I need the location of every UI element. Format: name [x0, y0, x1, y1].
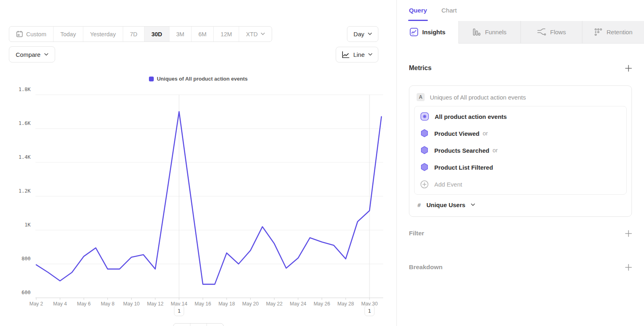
annotation-badge-label: 1 — [368, 308, 371, 314]
x-axis-label: May 20 — [242, 301, 259, 307]
plus-icon — [625, 264, 632, 271]
x-axis-label: May 4 — [53, 301, 67, 307]
tab-chart-label: Chart — [442, 7, 457, 14]
zoom-control-partial[interactable] — [173, 323, 224, 326]
y-axis-label: 600 — [21, 289, 31, 295]
panel-header: Query Chart — [397, 0, 644, 21]
add-metric-button[interactable] — [625, 65, 632, 72]
app-root: CustomTodayYesterday7D30D3M6M12MXTD Day … — [0, 0, 644, 326]
x-axis-label: May 10 — [123, 301, 140, 307]
event-label: Products Searched — [434, 147, 489, 154]
tab-label: Retention — [607, 29, 632, 35]
all-events-icon — [420, 112, 429, 121]
tab-funnels[interactable]: Funnels — [458, 21, 520, 44]
x-axis-label: May 12 — [147, 301, 163, 307]
tab-label: Funnels — [485, 29, 506, 35]
x-axis-label: May 6 — [77, 301, 91, 307]
event-row-all-product-action-events[interactable]: All product action events — [415, 108, 626, 125]
add-filter-button[interactable] — [625, 230, 632, 237]
tab-flows[interactable]: Flows — [520, 21, 582, 44]
event-label: Add Event — [434, 181, 462, 188]
insights-icon — [410, 28, 418, 36]
metric-card-title: Uniques of All product action events — [430, 94, 526, 101]
funnels-icon — [473, 28, 481, 36]
y-axis-label: 1K — [25, 222, 31, 228]
y-axis-label: 1.4K — [19, 154, 31, 160]
filter-title: Filter — [409, 230, 424, 237]
measure-dropdown[interactable]: # Unique Users — [414, 195, 627, 214]
x-axis-label: May 2 — [29, 301, 43, 307]
panel-body: Metrics A Uniques of All product action … — [397, 64, 644, 271]
event-row-add-event[interactable]: Add Event — [415, 176, 626, 193]
event-label: All product action events — [435, 113, 507, 120]
hexagon-icon — [420, 129, 429, 138]
y-axis-label: 1.8K — [19, 86, 31, 92]
flows-icon — [537, 28, 546, 36]
add-circle-icon — [420, 180, 429, 189]
plus-icon — [625, 230, 632, 237]
x-axis-label: May 18 — [219, 301, 235, 307]
annotation-badge-label: 1 — [178, 308, 181, 314]
hexagon-icon — [420, 146, 429, 155]
tab-label: Flows — [550, 29, 566, 35]
x-axis-label: May 24 — [290, 301, 306, 307]
metric-card: A Uniques of All product action events A… — [409, 85, 632, 217]
chart-line — [36, 112, 382, 284]
metrics-section-header: Metrics — [409, 64, 632, 72]
y-axis-label: 1.2K — [19, 188, 31, 194]
event-operator: or — [483, 130, 488, 137]
filter-section-header: Filter — [409, 230, 632, 237]
y-axis-label: 800 — [21, 255, 31, 262]
metric-card-header[interactable]: A Uniques of All product action events — [414, 90, 627, 106]
active-tab-underline — [408, 20, 428, 21]
event-operator: or — [493, 147, 498, 154]
event-row-product-viewed[interactable]: Product Viewedor — [415, 125, 626, 142]
metric-letter-badge: A — [417, 93, 425, 101]
hexagon-icon — [420, 163, 429, 172]
tab-retention[interactable]: Retention — [582, 21, 644, 44]
x-axis-label: May 26 — [314, 301, 330, 307]
line-chart: 1.8K1.6K1.4K1.2K1K800600May 2May 4May 6M… — [0, 0, 396, 326]
tab-query-label: Query — [409, 7, 427, 14]
chevron-down-icon — [471, 203, 475, 206]
breakdown-title: Breakdown — [409, 264, 443, 271]
retention-icon — [594, 28, 603, 36]
event-label: Product Viewed — [434, 130, 479, 137]
add-breakdown-button[interactable] — [625, 264, 632, 271]
y-axis-label: 1.6K — [19, 120, 31, 126]
hash-icon: # — [417, 202, 421, 208]
tab-insights[interactable]: Insights — [397, 21, 458, 44]
event-row-products-searched[interactable]: Products Searchedor — [415, 142, 626, 159]
plus-icon — [625, 65, 632, 72]
breakdown-section-header: Breakdown — [409, 264, 632, 271]
event-label: Product List Filtered — [434, 164, 493, 171]
chart-pane: CustomTodayYesterday7D30D3M6M12MXTD Day … — [0, 0, 396, 326]
event-list: All product action eventsProduct Viewedo… — [414, 106, 627, 195]
tab-label: Insights — [422, 29, 446, 35]
metrics-title: Metrics — [409, 64, 431, 72]
event-row-product-list-filtered[interactable]: Product List Filtered — [415, 159, 626, 176]
tab-chart[interactable]: Chart — [442, 0, 457, 21]
measure-label: Unique Users — [426, 201, 465, 208]
view-tabs: InsightsFunnelsFlowsRetention — [397, 21, 644, 44]
x-axis-label: May 16 — [195, 301, 211, 307]
tab-query[interactable]: Query — [409, 0, 427, 21]
x-axis-label: May 22 — [266, 301, 283, 307]
query-panel: Query Chart InsightsFunnelsFlowsRetentio… — [396, 0, 644, 326]
x-axis-label: May 8 — [101, 301, 114, 307]
x-axis-label: May 28 — [337, 301, 354, 307]
